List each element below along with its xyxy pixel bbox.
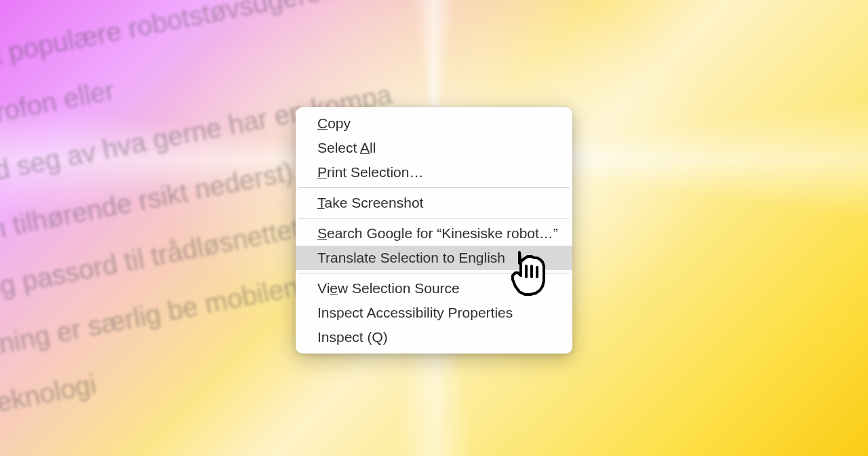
menu-separator xyxy=(298,218,570,218)
menu-item-copy[interactable]: Copy xyxy=(296,111,572,136)
menu-item-inspect[interactable]: Inspect (Q) xyxy=(296,325,572,349)
menu-item-translate-selection[interactable]: Translate Selection to English xyxy=(296,246,572,270)
menu-item-accelerator: S xyxy=(317,225,327,241)
menu-item-search-google[interactable]: Search Google for “Kinesiske robot…” xyxy=(296,221,572,246)
menu-item-label-prefix: Select xyxy=(317,140,360,155)
menu-item-label: ake Screenshot xyxy=(325,195,424,210)
menu-item-label-prefix: Vi xyxy=(317,280,330,296)
menu-item-accelerator: P xyxy=(317,164,327,180)
menu-item-label: Translate Selection to English xyxy=(317,250,505,265)
menu-item-label: rint Selection… xyxy=(327,164,423,180)
menu-item-label: Inspect (Q) xyxy=(317,329,388,345)
menu-item-label: opy xyxy=(328,115,351,131)
menu-separator xyxy=(298,187,570,188)
menu-item-select-all[interactable]: Select All xyxy=(296,136,572,160)
menu-item-accelerator: C xyxy=(317,115,328,131)
menu-item-label: Inspect Accessibility Properties xyxy=(317,305,513,320)
menu-item-inspect-accessibility[interactable]: Inspect Accessibility Properties xyxy=(296,301,572,325)
context-menu: Copy Select All Print Selection… Take Sc… xyxy=(296,107,572,354)
menu-item-accelerator: e xyxy=(330,280,338,296)
menu-separator xyxy=(298,273,570,273)
menu-item-label: earch Google for “Kinesiske robot…” xyxy=(327,225,558,241)
menu-item-label-rest: w Selection Source xyxy=(338,280,460,296)
menu-item-label-rest: ll xyxy=(370,140,376,155)
menu-item-take-screenshot[interactable]: Take Screenshot xyxy=(296,191,572,215)
menu-item-print-selection[interactable]: Print Selection… xyxy=(296,160,572,185)
menu-item-view-selection-source[interactable]: View Selection Source xyxy=(296,276,572,301)
menu-item-accelerator: A xyxy=(360,140,370,155)
menu-item-accelerator: T xyxy=(317,195,325,210)
